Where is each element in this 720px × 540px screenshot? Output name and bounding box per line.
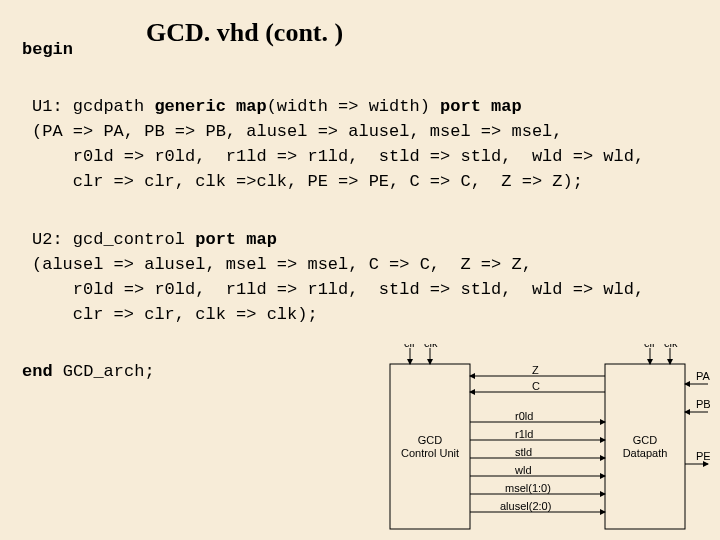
keyword-end: end GCD_arch; bbox=[22, 362, 155, 381]
u1-line1: U1: gcdpath generic map(width => width) … bbox=[32, 97, 522, 116]
datapath-box-line2: Datapath bbox=[623, 447, 668, 459]
sig-r1ld: r1ld bbox=[515, 428, 533, 440]
u2-line3: r0ld => r0ld, r1ld => r1ld, stld => stld… bbox=[32, 280, 644, 299]
sig-r0ld: r0ld bbox=[515, 410, 533, 422]
code-u2: U2: gcd_control port map (alusel => alus… bbox=[32, 227, 644, 327]
block-diagram: GCD Control Unit GCD Datapath clr clk cl… bbox=[380, 344, 710, 534]
slide-title: GCD. vhd (cont. ) bbox=[146, 18, 343, 48]
u1-line3: r0ld => r0ld, r1ld => r1ld, stld => stld… bbox=[32, 147, 644, 166]
sig-pa: PA bbox=[696, 370, 710, 382]
control-box-line1: GCD bbox=[418, 434, 443, 446]
sig-pb: PB bbox=[696, 398, 710, 410]
sig-z: Z bbox=[532, 364, 539, 376]
sig-wld: wld bbox=[514, 464, 532, 476]
u1-line2: (PA => PA, PB => PB, alusel => alusel, m… bbox=[32, 122, 563, 141]
control-box-line2: Control Unit bbox=[401, 447, 459, 459]
sig-stld: stld bbox=[515, 446, 532, 458]
right-clr: clr bbox=[644, 344, 656, 349]
right-clk: clk bbox=[664, 344, 678, 349]
sig-pe: PE bbox=[696, 450, 710, 462]
u1-line4: clr => clr, clk =>clk, PE => PE, C => C,… bbox=[32, 172, 583, 191]
sig-msel: msel(1:0) bbox=[505, 482, 551, 494]
sig-c: C bbox=[532, 380, 540, 392]
left-clr: clr bbox=[404, 344, 416, 349]
u2-line4: clr => clr, clk => clk); bbox=[32, 305, 318, 324]
u2-line1: U2: gcd_control port map bbox=[32, 230, 277, 249]
datapath-box-line1: GCD bbox=[633, 434, 658, 446]
code-u1: U1: gcdpath generic map(width => width) … bbox=[32, 94, 644, 194]
left-clk: clk bbox=[424, 344, 438, 349]
sig-alusel: alusel(2:0) bbox=[500, 500, 551, 512]
u2-line2: (alusel => alusel, msel => msel, C => C,… bbox=[32, 255, 532, 274]
keyword-begin: begin bbox=[22, 40, 73, 59]
